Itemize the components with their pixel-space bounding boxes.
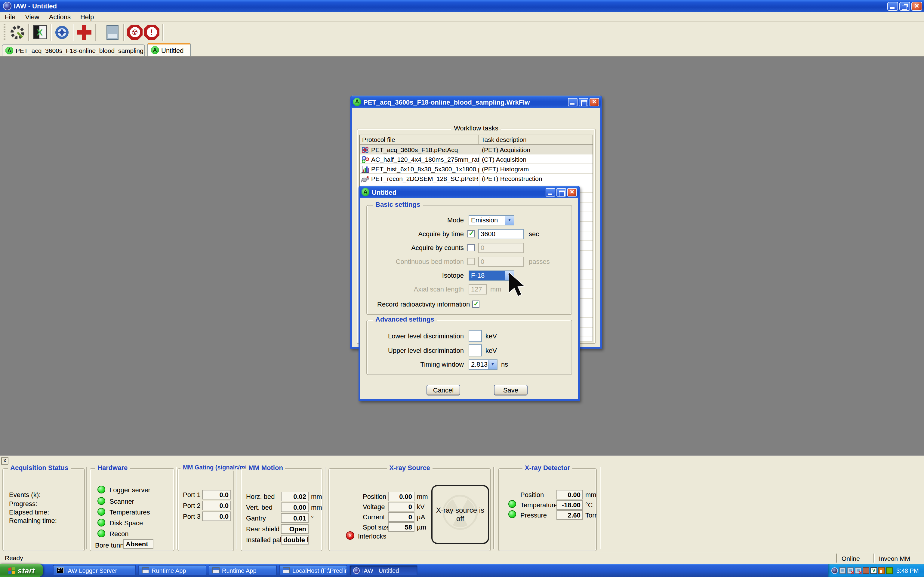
network-icon[interactable] [839, 567, 846, 574]
horz-bed-label: Horz. bed [246, 493, 275, 500]
status-system: Inveon MM [874, 554, 924, 562]
acquire-by-time-checkbox[interactable] [467, 230, 475, 237]
taskbar-button-localhost[interactable]: LocalHost (F:\Preclini... [279, 565, 347, 576]
system-tray: 3:48 PM [828, 564, 924, 577]
dialog-maximize-button[interactable] [556, 188, 566, 196]
workflow-minimize-button[interactable] [568, 98, 577, 106]
table-row[interactable]: PET_hist_6x10_8x30_5x300_1x1800.pPe... (… [360, 164, 593, 174]
workflow-tab-icon [5, 47, 13, 55]
start-label: start [18, 566, 35, 575]
close-button[interactable] [911, 2, 922, 11]
cancel-button[interactable]: Cancel [426, 385, 460, 395]
uld-unit: keV [485, 346, 497, 356]
timing-window-select[interactable]: 2.813 [468, 359, 498, 370]
taskbar-button-logger[interactable]: IAW Logger Server [53, 565, 136, 576]
pet-atom-icon [361, 146, 369, 153]
pressure-led [508, 510, 516, 518]
column-task-description[interactable]: Task description [479, 135, 593, 144]
continuous-bed-motion-label: Continuous bed motion [360, 257, 464, 267]
tab-untitled[interactable]: Untitled [147, 43, 191, 56]
dialog-close-button[interactable] [567, 188, 577, 196]
xray-stop-icon[interactable] [126, 24, 143, 40]
vert-bed-value: 0.00 [281, 503, 309, 512]
vnc-icon[interactable] [871, 567, 877, 574]
source-position-value: 0.00 [388, 492, 415, 501]
column-protocol-file[interactable]: Protocol file [360, 135, 479, 144]
chevron-down-icon[interactable] [505, 216, 514, 225]
voltage-unit: kV [417, 503, 425, 510]
acquisition-gauge-icon[interactable] [9, 24, 26, 40]
mouse-cursor [508, 272, 527, 298]
mode-label: Mode [360, 215, 464, 226]
acquire-by-time-input[interactable]: 3600 [478, 229, 524, 239]
elapsed-time-label: Elapsed time: [9, 508, 49, 516]
taskbar-button-runtime2[interactable]: Runtime App [209, 565, 277, 576]
iaw-tray-icon[interactable] [831, 567, 838, 574]
acquire-by-counts-checkbox[interactable] [467, 244, 475, 251]
upper-level-discrimination-input[interactable] [468, 344, 482, 356]
lower-level-discrimination-input[interactable] [468, 330, 482, 342]
save-button[interactable]: Save [494, 385, 528, 395]
emergency-stop-icon[interactable] [143, 24, 160, 40]
mm-gating-panel: MM Gating (signals/min) Port 1 0.0 Port … [178, 468, 234, 551]
network-disabled-icon[interactable] [855, 567, 861, 574]
timing-window-value: 2.813 [469, 360, 488, 369]
menu-help[interactable]: Help [76, 13, 99, 20]
menu-view[interactable]: View [20, 13, 44, 20]
table-row[interactable]: AC_half_120_4x4_180ms_275mm_rat_JS... (C… [360, 155, 593, 164]
histogram-icon [361, 165, 369, 173]
dialog-titlebar[interactable]: Untitled [360, 186, 579, 198]
continuous-bed-motion-unit: passes [529, 257, 550, 267]
temperature-label: Temperature [520, 501, 558, 508]
row-file: PET_hist_6x10_8x30_5x300_1x1800.pPe... [371, 165, 479, 172]
table-row[interactable]: PET_acq_3600s_F18.pPetAcq (PET) Acquisit… [360, 145, 593, 155]
main-titlebar: IAW - Untitled [0, 0, 924, 12]
ct-acquisition-icon [361, 155, 369, 163]
tab-workflow[interactable]: PET_acq_3600s_F18-online_blood_sampling.… [2, 45, 145, 56]
workflow-maximize-button[interactable] [579, 98, 588, 106]
network-disabled-icon[interactable] [847, 567, 854, 574]
restore-button[interactable] [899, 2, 910, 11]
dock-panels-icon[interactable] [104, 24, 121, 40]
taskbar-button-runtime1[interactable]: Runtime App [138, 565, 206, 576]
advanced-settings-label: Advanced settings [373, 316, 437, 323]
isotope-select[interactable]: F-18 [468, 271, 514, 281]
upper-level-discrimination-label: Upper level discrimination [360, 346, 464, 356]
menu-file[interactable]: File [0, 13, 20, 20]
nvidia-icon[interactable] [886, 567, 893, 574]
motion-compass-icon[interactable] [53, 24, 70, 40]
toolbar-drag-handle[interactable] [3, 24, 5, 40]
table-row[interactable]: PET_recon_2DOSEM_128_SC.pPetRcn (PET) Re… [360, 174, 593, 183]
workflow-window-titlebar[interactable]: PET_acq_3600s_F18-online_blood_sampling.… [351, 95, 601, 108]
menu-actions[interactable]: Actions [44, 13, 76, 20]
workflow-window-title: PET_acq_3600s_F18-online_blood_sampling.… [363, 98, 530, 105]
usb-device-icon[interactable] [863, 567, 869, 574]
workflow-close-button[interactable] [590, 98, 599, 106]
spot-size-unit: µm [417, 524, 426, 531]
minimize-button[interactable] [887, 2, 898, 11]
iaw-app-icon [3, 2, 11, 10]
mm-motion-title: MM Motion [246, 464, 286, 471]
chevron-down-icon[interactable] [488, 360, 497, 369]
start-button[interactable]: start [0, 564, 43, 577]
source-position-label: Position [363, 493, 386, 500]
dock-close-icon[interactable]: x [1, 458, 8, 464]
axial-scan-length-label: Axial scan length [360, 284, 464, 295]
toolbar-separator [95, 24, 96, 40]
record-radioactivity-checkbox[interactable] [472, 301, 480, 308]
workflow-window-icon [353, 98, 361, 106]
dialog-minimize-button[interactable] [546, 188, 555, 196]
excel-export-icon[interactable] [31, 24, 48, 40]
volume-icon[interactable] [878, 567, 885, 574]
taskbar-button-iaw[interactable]: IAW - Untitled [349, 565, 417, 576]
mm-motion-panel: MM Motion Horz. bed 0.02 mm Vert. bed 0.… [241, 468, 322, 551]
toolbar [0, 22, 924, 43]
add-icon[interactable] [76, 24, 93, 40]
xray-source-off-button[interactable]: ☢ X-ray source is off [431, 485, 489, 544]
temperature-led [508, 500, 516, 508]
axial-scan-length-unit: mm [490, 284, 501, 295]
row-desc: (PET) Reconstruction [479, 175, 593, 182]
port2-value: 0.0 [202, 501, 231, 510]
mode-select[interactable]: Emission [468, 215, 514, 226]
status-ready: Ready [5, 554, 23, 561]
